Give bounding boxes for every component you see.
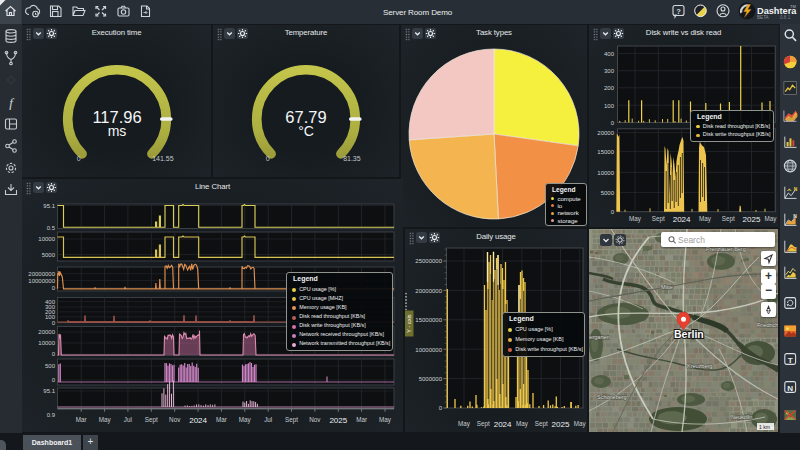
svg-text:May: May bbox=[765, 215, 778, 223]
svg-text:10000: 10000 bbox=[38, 236, 55, 242]
svg-text:Jul: Jul bbox=[264, 416, 272, 423]
svg-text:10000: 10000 bbox=[597, 170, 614, 176]
svg-text:ms: ms bbox=[108, 123, 127, 139]
svg-text:2025: 2025 bbox=[743, 215, 761, 224]
svg-text:N: N bbox=[787, 384, 793, 393]
svg-text:Berlin: Berlin bbox=[674, 328, 704, 340]
svg-text:0: 0 bbox=[52, 320, 56, 326]
svg-text:Sept: Sept bbox=[477, 420, 490, 428]
svg-text:May: May bbox=[458, 420, 471, 428]
svg-text:20000000: 20000000 bbox=[415, 288, 442, 294]
svg-text:0: 0 bbox=[52, 285, 56, 291]
svg-text:2024: 2024 bbox=[189, 416, 207, 425]
svg-text:0: 0 bbox=[52, 351, 56, 357]
svg-text:Sept: Sept bbox=[652, 215, 665, 223]
svg-text:300: 300 bbox=[604, 68, 615, 74]
svg-text:5000000: 5000000 bbox=[419, 376, 443, 382]
svg-text:T: T bbox=[788, 356, 793, 365]
svg-text:May: May bbox=[379, 416, 392, 424]
svg-text:N: N bbox=[793, 214, 797, 219]
svg-text:Sept: Sept bbox=[285, 416, 298, 424]
svg-text:20000000: 20000000 bbox=[28, 271, 55, 277]
svg-text:May: May bbox=[516, 420, 529, 428]
svg-text:0.9: 0.9 bbox=[47, 412, 56, 418]
svg-text:20000: 20000 bbox=[597, 130, 614, 136]
svg-text:0.5: 0.5 bbox=[47, 225, 56, 231]
svg-text:Friedrichsh: Friedrichsh bbox=[757, 322, 778, 328]
svg-text:Sept: Sept bbox=[722, 215, 735, 223]
svg-text:Kreuzberg: Kreuzberg bbox=[687, 363, 712, 369]
svg-text:1 km: 1 km bbox=[759, 424, 770, 430]
svg-text:0: 0 bbox=[52, 377, 56, 383]
svg-text:2025: 2025 bbox=[329, 416, 347, 425]
svg-text:0: 0 bbox=[611, 120, 615, 126]
svg-text:Mar: Mar bbox=[356, 416, 367, 423]
svg-text:May: May bbox=[239, 416, 252, 424]
svg-text:Tiergarten: Tiergarten bbox=[589, 334, 610, 340]
svg-text:10000000: 10000000 bbox=[28, 278, 55, 284]
svg-text:Mitte: Mitte bbox=[661, 284, 673, 290]
svg-text:Nov: Nov bbox=[169, 416, 181, 423]
svg-text:Schöneberg: Schöneberg bbox=[597, 394, 627, 400]
svg-text:0.8.1: 0.8.1 bbox=[780, 15, 791, 20]
svg-text:Neukölln: Neukölln bbox=[731, 414, 752, 420]
svg-text:25000000: 25000000 bbox=[415, 258, 442, 264]
svg-text:0: 0 bbox=[611, 209, 615, 215]
svg-text:May: May bbox=[99, 416, 112, 424]
svg-text:2024: 2024 bbox=[494, 420, 512, 429]
svg-text:0: 0 bbox=[266, 155, 270, 162]
svg-text:Nov: Nov bbox=[309, 416, 321, 423]
svg-text:10000: 10000 bbox=[38, 340, 55, 346]
svg-text:0: 0 bbox=[77, 155, 81, 162]
svg-text:5000: 5000 bbox=[42, 252, 56, 258]
svg-text:95.1: 95.1 bbox=[43, 203, 55, 209]
svg-text:141.55: 141.55 bbox=[152, 155, 174, 162]
svg-text:Mar: Mar bbox=[216, 416, 227, 423]
svg-text:0: 0 bbox=[439, 405, 443, 411]
svg-text:Mar: Mar bbox=[76, 416, 87, 423]
svg-text:15000: 15000 bbox=[597, 149, 614, 155]
svg-text:2024: 2024 bbox=[673, 215, 691, 224]
svg-text:400: 400 bbox=[604, 51, 615, 57]
svg-text:10000000: 10000000 bbox=[415, 347, 442, 353]
svg-text:200: 200 bbox=[604, 85, 615, 91]
svg-text:81.35: 81.35 bbox=[343, 155, 361, 162]
svg-text:Jul: Jul bbox=[124, 416, 132, 423]
svg-text:N: N bbox=[794, 187, 798, 192]
svg-text:TM: TM bbox=[790, 4, 796, 9]
svg-text:20000: 20000 bbox=[38, 329, 55, 335]
svg-text:15000000: 15000000 bbox=[415, 317, 442, 323]
svg-text:BETA: BETA bbox=[757, 15, 770, 20]
svg-text:?: ? bbox=[676, 7, 681, 16]
svg-text:May: May bbox=[574, 420, 587, 428]
svg-text:100: 100 bbox=[604, 103, 615, 109]
svg-text:95.1: 95.1 bbox=[43, 388, 55, 394]
svg-text:5000: 5000 bbox=[601, 190, 615, 196]
svg-text:Sept: Sept bbox=[535, 420, 548, 428]
svg-text:May: May bbox=[699, 215, 712, 223]
svg-text:°C: °C bbox=[298, 123, 314, 139]
svg-text:500: 500 bbox=[45, 363, 56, 369]
svg-text:Sept: Sept bbox=[145, 416, 158, 424]
svg-text:2025: 2025 bbox=[552, 420, 570, 429]
svg-text:May: May bbox=[629, 215, 642, 223]
